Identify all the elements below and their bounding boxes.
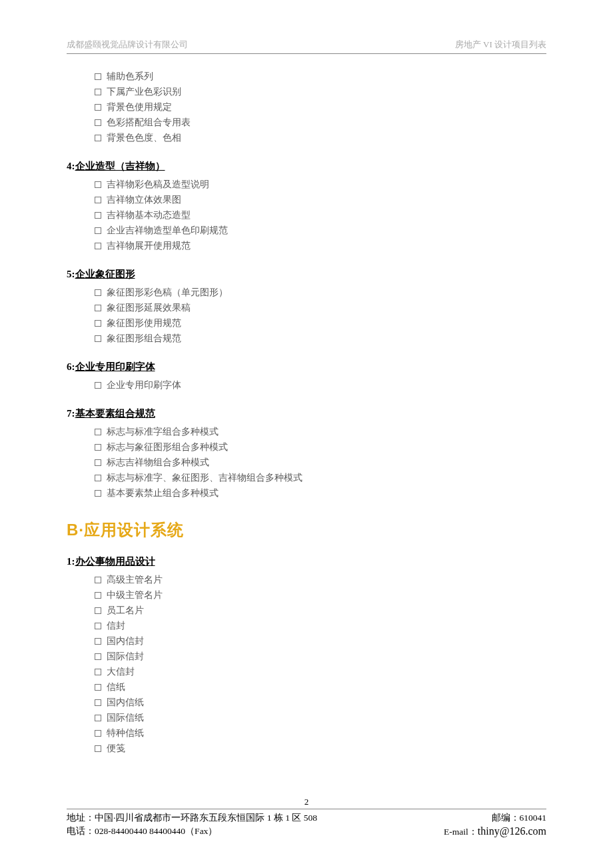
footer-postcode: 邮编：610041 bbox=[492, 811, 547, 825]
item-label: 中级主管名片 bbox=[107, 587, 163, 603]
item-label: 基本要素禁止组合多种模式 bbox=[107, 485, 219, 501]
item-label: 国际信纸 bbox=[107, 710, 144, 725]
section-heading: 4:企业造型（吉祥物） bbox=[67, 160, 546, 173]
checkbox-icon bbox=[95, 382, 101, 389]
list-item: 辅助色系列 bbox=[95, 69, 546, 84]
list-item: 象征图形彩色稿（单元图形） bbox=[95, 285, 546, 300]
checkbox-icon bbox=[95, 623, 101, 629]
checkbox-icon bbox=[95, 320, 101, 327]
item-label: 象征图形组合规范 bbox=[107, 331, 181, 346]
item-list: 企业专用印刷字体 bbox=[67, 377, 546, 393]
item-label: 色彩搭配组合专用表 bbox=[107, 115, 191, 130]
checkbox-icon bbox=[95, 715, 101, 721]
list-item: 吉祥物展开使用规范 bbox=[95, 238, 546, 253]
item-label: 象征图形延展效果稿 bbox=[107, 300, 191, 315]
header-title: 房地产 VI 设计项目列表 bbox=[455, 39, 546, 51]
section-heading: 7:基本要素组合规范 bbox=[67, 407, 546, 420]
section-number: 7: bbox=[67, 408, 75, 419]
list-item: 国际信纸 bbox=[95, 710, 546, 725]
section-title: 企业造型（吉祥物） bbox=[75, 161, 165, 171]
section-heading: 5:企业象征图形 bbox=[67, 268, 546, 281]
section-number: 1: bbox=[67, 556, 75, 567]
list-item: 特种信纸 bbox=[95, 725, 546, 741]
checkbox-icon bbox=[95, 243, 101, 249]
item-label: 背景色使用规定 bbox=[107, 99, 172, 115]
checkbox-icon bbox=[95, 730, 101, 737]
item-label: 国际信封 bbox=[107, 649, 144, 664]
list-item: 标志与标准字、象征图形、吉祥物组合多种模式 bbox=[95, 470, 546, 485]
list-item: 背景色色度、色相 bbox=[95, 130, 546, 145]
section-number: 6: bbox=[67, 361, 75, 372]
checkbox-icon bbox=[95, 181, 101, 188]
checkbox-icon bbox=[95, 89, 101, 95]
checkbox-icon bbox=[95, 459, 101, 466]
list-item: 下属产业色彩识别 bbox=[95, 84, 546, 99]
item-label: 便笺 bbox=[107, 741, 125, 756]
section-heading: 6:企业专用印刷字体 bbox=[67, 361, 546, 373]
item-label: 大信封 bbox=[107, 664, 135, 679]
item-list: 高级主管名片中级主管名片员工名片信封国内信封国际信封大信封信纸国内信纸国际信纸特… bbox=[67, 572, 546, 756]
checkbox-icon bbox=[95, 745, 101, 752]
item-label: 辅助色系列 bbox=[107, 69, 153, 84]
item-label: 信纸 bbox=[107, 679, 125, 695]
checkbox-icon bbox=[95, 227, 101, 234]
list-item: 信纸 bbox=[95, 679, 546, 695]
item-label: 特种信纸 bbox=[107, 725, 144, 741]
list-item: 象征图形延展效果稿 bbox=[95, 300, 546, 315]
item-label: 国内信纸 bbox=[107, 695, 144, 710]
checkbox-icon bbox=[95, 577, 101, 583]
list-item: 色彩搭配组合专用表 bbox=[95, 115, 546, 130]
item-label: 背景色色度、色相 bbox=[107, 130, 181, 145]
item-label: 员工名片 bbox=[107, 603, 144, 618]
list-item: 吉祥物立体效果图 bbox=[95, 192, 546, 207]
item-list: 吉祥物彩色稿及造型说明吉祥物立体效果图吉祥物基本动态造型企业吉祥物造型单色印刷规… bbox=[67, 177, 546, 253]
checkbox-icon bbox=[95, 119, 101, 126]
list-item: 背景色使用规定 bbox=[95, 99, 546, 115]
item-list: 象征图形彩色稿（单元图形）象征图形延展效果稿象征图形使用规范象征图形组合规范 bbox=[67, 285, 546, 346]
list-item: 象征图形使用规范 bbox=[95, 315, 546, 331]
footer-email: E-mail：thiny@126.com bbox=[444, 825, 546, 839]
checkbox-icon bbox=[95, 684, 101, 691]
item-list: 辅助色系列下属产业色彩识别背景色使用规定色彩搭配组合专用表背景色色度、色相 bbox=[67, 69, 546, 145]
section-title: 企业象征图形 bbox=[75, 269, 135, 279]
item-label: 吉祥物基本动态造型 bbox=[107, 207, 191, 223]
checkbox-icon bbox=[95, 669, 101, 675]
section-title: 办公事物用品设计 bbox=[75, 556, 155, 567]
checkbox-icon bbox=[95, 638, 101, 645]
list-item: 员工名片 bbox=[95, 603, 546, 618]
major-heading-b: B·应用设计系统 bbox=[67, 519, 546, 541]
document-page: 成都盛颐视觉品牌设计有限公司 房地产 VI 设计项目列表 辅助色系列下属产业色彩… bbox=[0, 0, 613, 756]
list-item: 企业专用印刷字体 bbox=[95, 377, 546, 393]
list-item: 标志与象征图形组合多种模式 bbox=[95, 439, 546, 455]
checkbox-icon bbox=[95, 305, 101, 311]
item-label: 象征图形彩色稿（单元图形） bbox=[107, 285, 228, 300]
checkbox-icon bbox=[95, 475, 101, 481]
section-heading: 1:办公事物用品设计 bbox=[67, 555, 546, 568]
list-item: 信封 bbox=[95, 618, 546, 633]
item-label: 吉祥物立体效果图 bbox=[107, 192, 181, 207]
checkbox-icon bbox=[95, 429, 101, 435]
item-label: 标志与标准字组合多种模式 bbox=[107, 424, 219, 439]
checkbox-icon bbox=[95, 335, 101, 342]
checkbox-icon bbox=[95, 135, 101, 141]
section-title: 基本要素组合规范 bbox=[75, 408, 155, 419]
list-item: 企业吉祥物造型单色印刷规范 bbox=[95, 223, 546, 238]
list-item: 国际信封 bbox=[95, 649, 546, 664]
footer-phone: 电话：028-84400440 84400440（Fax） bbox=[67, 825, 217, 839]
item-label: 企业专用印刷字体 bbox=[107, 377, 181, 393]
item-list: 标志与标准字组合多种模式标志与象征图形组合多种模式标志吉祥物组合多种模式标志与标… bbox=[67, 424, 546, 501]
item-label: 标志与象征图形组合多种模式 bbox=[107, 439, 228, 455]
item-label: 象征图形使用规范 bbox=[107, 315, 181, 331]
list-item: 大信封 bbox=[95, 664, 546, 679]
checkbox-icon bbox=[95, 197, 101, 203]
section-title: 企业专用印刷字体 bbox=[75, 361, 155, 372]
list-item: 高级主管名片 bbox=[95, 572, 546, 587]
list-item: 吉祥物基本动态造型 bbox=[95, 207, 546, 223]
section-number: 4: bbox=[67, 161, 75, 171]
footer-address: 地址：中国·四川省成都市一环路东五段东恒国际 1 栋 1 区 508 bbox=[67, 811, 317, 825]
checkbox-icon bbox=[95, 289, 101, 296]
list-item: 标志吉祥物组合多种模式 bbox=[95, 455, 546, 470]
checkbox-icon bbox=[95, 490, 101, 497]
checkbox-icon bbox=[95, 699, 101, 706]
item-label: 企业吉祥物造型单色印刷规范 bbox=[107, 223, 228, 238]
